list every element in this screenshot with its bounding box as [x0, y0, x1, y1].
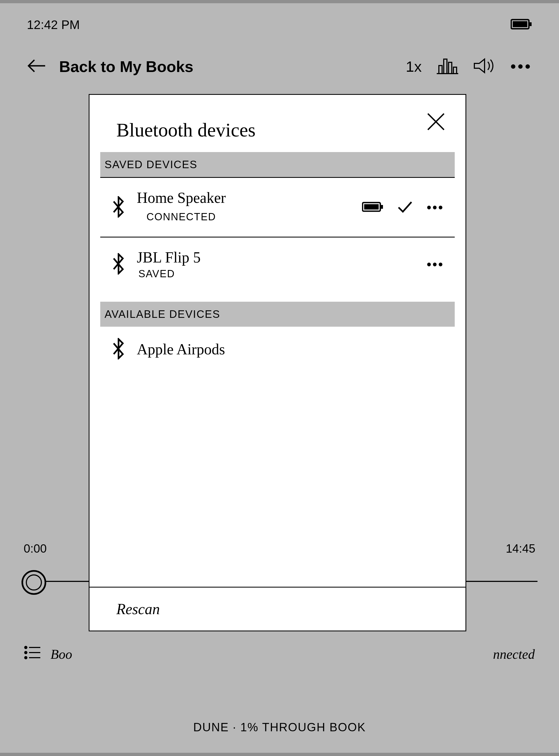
- svg-rect-20: [381, 205, 383, 209]
- svg-point-14: [25, 657, 27, 659]
- modal-title: Bluetooth devices: [116, 119, 255, 141]
- battery-icon: [511, 18, 532, 31]
- device-battery-icon: [362, 201, 383, 214]
- bluetooth-icon: [111, 338, 126, 361]
- svg-rect-6: [444, 59, 447, 74]
- device-name: JBL Flip 5: [137, 249, 201, 266]
- bluetooth-icon: [111, 196, 126, 219]
- svg-rect-5: [439, 66, 442, 74]
- bottom-right-partial-text: nnected: [493, 646, 535, 662]
- svg-rect-8: [453, 67, 456, 74]
- remaining-time: 14:45: [506, 542, 535, 555]
- svg-rect-7: [449, 62, 452, 74]
- elapsed-time: 0:00: [24, 542, 47, 555]
- device-status: CONNECTED: [137, 208, 226, 225]
- device-status: SAVED: [137, 268, 201, 280]
- svg-marker-9: [474, 59, 485, 72]
- bluetooth-modal: Bluetooth devices SAVED DEVICES Home Spe…: [89, 94, 466, 631]
- bottom-left-partial-text: Boo: [50, 646, 72, 662]
- svg-rect-1: [513, 21, 527, 27]
- close-icon[interactable]: [425, 111, 447, 134]
- toc-icon[interactable]: [24, 645, 41, 663]
- device-more-icon[interactable]: •••: [426, 200, 444, 215]
- section-available-header: AVAILABLE DEVICES: [100, 302, 455, 327]
- playback-speed[interactable]: 1x: [406, 58, 422, 75]
- status-time: 12:42 PM: [27, 18, 80, 32]
- back-arrow-icon[interactable]: [27, 58, 46, 75]
- svg-point-10: [25, 646, 27, 648]
- equalizer-icon[interactable]: [435, 56, 459, 76]
- device-more-icon[interactable]: •••: [426, 257, 444, 272]
- svg-rect-19: [364, 204, 379, 210]
- device-row[interactable]: Apple Airpods: [100, 327, 455, 372]
- section-saved-header: SAVED DEVICES: [100, 152, 455, 178]
- volume-icon[interactable]: [473, 56, 497, 76]
- svg-point-12: [25, 651, 27, 654]
- device-row[interactable]: JBL Flip 5 SAVED •••: [100, 237, 455, 291]
- more-menu-icon[interactable]: •••: [510, 57, 532, 76]
- device-name: Home Speaker: [137, 189, 226, 206]
- seek-thumb[interactable]: [22, 570, 46, 595]
- page-footer: DUNE · 1% THROUGH BOOK: [0, 720, 559, 734]
- back-button[interactable]: Back to My Books: [59, 58, 194, 75]
- bluetooth-icon: [111, 253, 126, 276]
- check-icon: [397, 200, 413, 215]
- device-name: Apple Airpods: [137, 341, 225, 358]
- rescan-button[interactable]: Rescan: [89, 587, 466, 631]
- svg-rect-2: [530, 22, 532, 26]
- device-row[interactable]: Home Speaker CONNECTED •••: [100, 178, 455, 237]
